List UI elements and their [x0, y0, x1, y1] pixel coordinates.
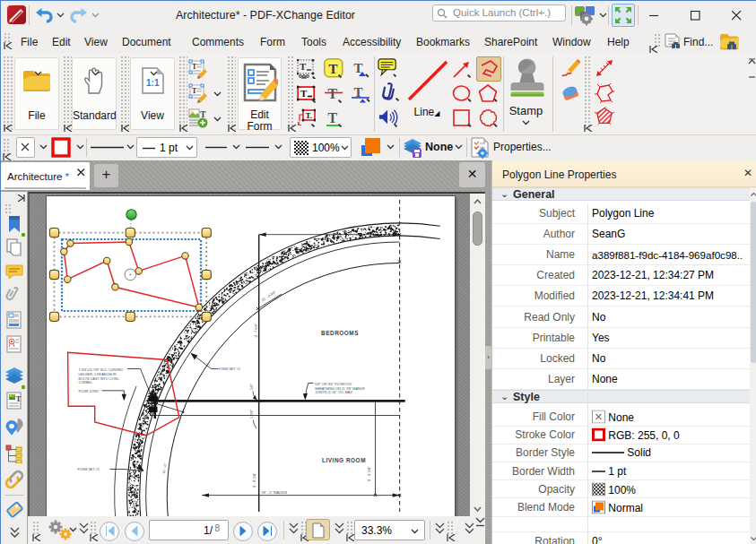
- svg-text:SHEATHING ON 11 7/8" MANUF: SHEATHING ON 11 7/8" MANUF: [315, 387, 366, 391]
- svg-text:T: T: [16, 394, 22, 403]
- svg-text:1 7/8": 1 7/8": [249, 409, 254, 419]
- svg-text:BOLTS CAST INTO CONC: BOLTS CAST INTO CONC: [78, 377, 119, 381]
- svg-text:1:1: 1:1: [146, 78, 160, 88]
- svg-text:T: T: [328, 86, 338, 101]
- svg-text:LEDGER, C/W ANCHOR: LEDGER, C/W ANCHOR: [78, 373, 117, 376]
- svg-text:18' - 0" RADIUS: 18' - 0" RADIUS: [262, 490, 288, 495]
- svg-text:T: T: [300, 88, 308, 99]
- svg-text:5/8": 5/8": [249, 384, 254, 390]
- svg-text:10' - 0": 10' - 0": [161, 462, 169, 474]
- svg-text:T: T: [300, 61, 307, 72]
- svg-text:5/8" OR 3/4" PLYWOOD: 5/8" OR 3/4" PLYWOOD: [315, 383, 352, 386]
- svg-text:T: T: [328, 110, 338, 125]
- svg-text:POUR JOINT: POUR JOINT: [78, 390, 100, 393]
- svg-text:9' - 8 3/4": 9' - 8 3/4": [367, 466, 371, 481]
- svg-text:JOISTS @ 16" O/C MAX: JOISTS @ 16" O/C MAX: [315, 391, 352, 394]
- svg-text:FORM SET #3: FORM SET #3: [219, 367, 240, 371]
- svg-text:1 3/4"x11 7/8" SCL 'CURVED': 1 3/4"x11 7/8" SCL 'CURVED': [78, 368, 123, 372]
- svg-text:LIVING ROOM: LIVING ROOM: [322, 457, 366, 463]
- svg-text:T: T: [200, 109, 206, 119]
- svg-text:T.: T.: [306, 111, 313, 120]
- svg-text:CORBEL: CORBEL: [78, 381, 92, 384]
- svg-text:9' - 8 3/4": 9' - 8 3/4": [252, 472, 256, 488]
- svg-text:22' - 8 3/4": 22' - 8 3/4": [260, 289, 277, 303]
- svg-text:11'-7 5/8": 11'-7 5/8": [254, 323, 258, 338]
- svg-text:T: T: [329, 62, 338, 76]
- svg-text:FORM SET #2: FORM SET #2: [78, 468, 100, 471]
- svg-text:BEDROOMS: BEDROOMS: [321, 330, 359, 336]
